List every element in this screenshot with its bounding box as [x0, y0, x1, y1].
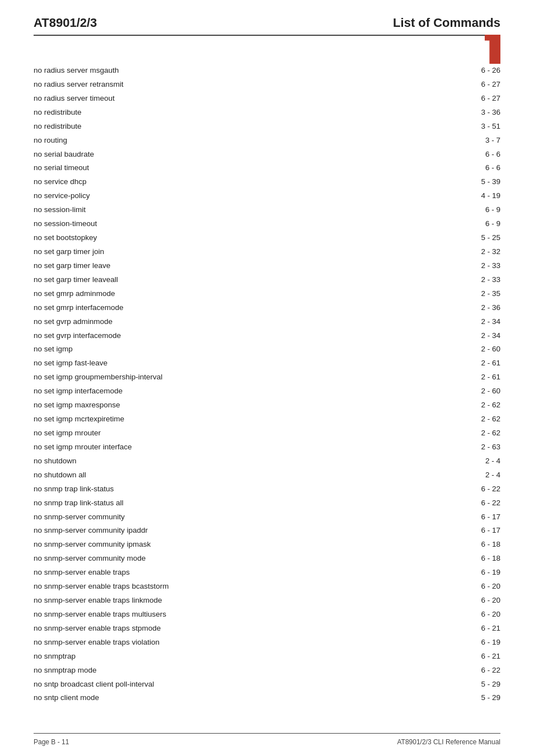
- toc-page: 6 - 27: [467, 79, 500, 91]
- toc-page: 6 - 6: [467, 162, 500, 174]
- toc-label: no set gvrp adminmode: [34, 316, 113, 328]
- toc-page: 5 - 39: [467, 176, 500, 188]
- toc-label: no session-limit: [34, 204, 86, 216]
- toc-label: no routing: [34, 135, 67, 147]
- toc-page: 2 - 33: [467, 274, 500, 286]
- toc-label: no set gvrp interfacemode: [34, 330, 121, 342]
- toc-label: no snmp trap link-status all: [34, 497, 124, 509]
- toc-row: no set igmp mrouter2 - 62: [34, 426, 500, 440]
- toc-page: 2 - 60: [467, 386, 500, 397]
- toc-page: 2 - 60: [467, 344, 500, 355]
- toc-page: 5 - 29: [467, 692, 500, 704]
- toc-row: no snmp-server community6 - 17: [34, 510, 500, 524]
- toc-row: no snmp-server enable traps6 - 19: [34, 566, 500, 580]
- toc-row: no service dhcp5 - 39: [34, 175, 500, 189]
- toc-content: no radius server msgauth6 - 26no radius …: [0, 53, 534, 705]
- manual-title: AT8901/2/3 CLI Reference Manual: [397, 738, 500, 746]
- toc-row: no set garp timer leave2 - 33: [34, 259, 500, 273]
- toc-label: no snmp-server enable traps stpmode: [34, 623, 161, 635]
- toc-page: 6 - 19: [467, 637, 500, 649]
- toc-label: no service-policy: [34, 190, 90, 202]
- toc-label: no set igmp mrouter interface: [34, 442, 132, 453]
- toc-row: no set igmp mrouter interface2 - 63: [34, 440, 500, 454]
- toc-page: 6 - 22: [467, 483, 500, 495]
- toc-page: 3 - 7: [467, 135, 500, 147]
- toc-row: no snmp-server enable traps multiusers6 …: [34, 608, 500, 622]
- toc-row: no snmp-server community mode6 - 18: [34, 552, 500, 566]
- toc-label: no sntp broadcast client poll-interval: [34, 679, 154, 691]
- footer-divider: [34, 733, 500, 734]
- toc-row: no snmp-server community ipmask6 - 18: [34, 538, 500, 552]
- toc-page: 2 - 61: [467, 358, 500, 369]
- toc-row: no set igmp groupmembership-interval2 - …: [34, 370, 500, 384]
- toc-row: no routing3 - 7: [34, 134, 500, 148]
- toc-row: no shutdown2 - 4: [34, 454, 500, 468]
- toc-page: 6 - 27: [467, 93, 500, 105]
- toc-row: no shutdown all2 - 4: [34, 468, 500, 482]
- toc-label: no snmptrap mode: [34, 665, 97, 677]
- toc-label: no set gmrp interfacemode: [34, 302, 124, 314]
- toc-row: no set garp timer join2 - 32: [34, 245, 500, 259]
- toc-page: 2 - 62: [467, 414, 500, 425]
- toc-row: no radius server retransmit6 - 27: [34, 78, 500, 92]
- toc-label: no sntp client mode: [34, 692, 99, 704]
- toc-row: no set gmrp adminmode2 - 35: [34, 287, 500, 301]
- toc-page: 6 - 21: [467, 623, 500, 635]
- toc-page: 2 - 62: [467, 428, 500, 439]
- toc-page: 2 - 32: [467, 246, 500, 258]
- toc-page: 2 - 4: [467, 456, 500, 467]
- footer: Page B - 11 AT8901/2/3 CLI Reference Man…: [0, 733, 534, 757]
- toc-row: no snmp trap link-status all6 - 22: [34, 496, 500, 510]
- toc-row: no set gvrp interfacemode2 - 34: [34, 329, 500, 343]
- toc-row: no set igmp2 - 60: [34, 342, 500, 356]
- toc-page: 6 - 21: [467, 651, 500, 663]
- toc-label: no set igmp interfacemode: [34, 386, 123, 397]
- toc-row: no set garp timer leaveall2 - 33: [34, 273, 500, 287]
- toc-row: no serial timeout6 - 6: [34, 161, 500, 175]
- toc-row: no set gmrp interfacemode2 - 36: [34, 301, 500, 315]
- toc-page: 4 - 19: [467, 190, 500, 202]
- toc-row: no snmp-server enable traps stpmode6 - 2…: [34, 622, 500, 636]
- toc-page: 6 - 17: [467, 511, 500, 523]
- toc-page: 2 - 34: [467, 330, 500, 342]
- toc-page: 2 - 33: [467, 260, 500, 272]
- footer-content: Page B - 11 AT8901/2/3 CLI Reference Man…: [34, 738, 500, 746]
- toc-page: 2 - 34: [467, 316, 500, 328]
- toc-label: no set garp timer join: [34, 246, 104, 258]
- toc-label: no snmp trap link-status: [34, 483, 114, 495]
- toc-row: no session-limit6 - 9: [34, 203, 500, 217]
- toc-label: no set gmrp adminmode: [34, 288, 115, 300]
- toc-row: no set igmp mcrtexpiretime2 - 62: [34, 412, 500, 426]
- toc-row: no snmp-server enable traps bcaststorm6 …: [34, 580, 500, 594]
- toc-page: 6 - 26: [467, 65, 500, 77]
- toc-label: no set igmp groupmembership-interval: [34, 372, 162, 383]
- toc-page: 2 - 35: [467, 288, 500, 300]
- toc-row: no service-policy4 - 19: [34, 189, 500, 203]
- toc-label: no snmp-server enable traps: [34, 567, 130, 579]
- toc-page: 5 - 29: [467, 679, 500, 691]
- toc-page: 3 - 36: [467, 107, 500, 119]
- toc-page: 6 - 17: [467, 525, 500, 537]
- header-divider: [34, 35, 500, 36]
- toc-label: no snmp-server community ipaddr: [34, 525, 148, 537]
- toc-label: no shutdown all: [34, 469, 86, 481]
- toc-row: no set igmp interfacemode2 - 60: [34, 384, 500, 398]
- toc-page: 2 - 63: [467, 442, 500, 453]
- toc-row: no sntp client mode5 - 29: [34, 691, 500, 705]
- toc-page: 6 - 9: [467, 204, 500, 216]
- toc-page: 2 - 36: [467, 302, 500, 314]
- toc-label: no snmp-server community: [34, 511, 125, 523]
- toc-label: no snmp-server enable traps bcaststorm: [34, 581, 169, 593]
- toc-label: no set igmp mrouter: [34, 428, 101, 439]
- toc-row: no snmp trap link-status6 - 22: [34, 482, 500, 496]
- header-right-title: List of Commands: [393, 16, 500, 30]
- toc-label: no snmp-server enable traps linkmode: [34, 595, 162, 607]
- toc-label: no radius server retransmit: [34, 79, 124, 91]
- toc-row: no radius server msgauth6 - 26: [34, 64, 500, 78]
- toc-page: 6 - 20: [467, 609, 500, 621]
- toc-page: 5 - 25: [467, 232, 500, 244]
- toc-row: no snmp-server enable traps violation6 -…: [34, 636, 500, 650]
- toc-row: no snmp-server enable traps linkmode6 - …: [34, 594, 500, 608]
- toc-row: no redistribute3 - 36: [34, 106, 500, 120]
- toc-page: 6 - 18: [467, 553, 500, 565]
